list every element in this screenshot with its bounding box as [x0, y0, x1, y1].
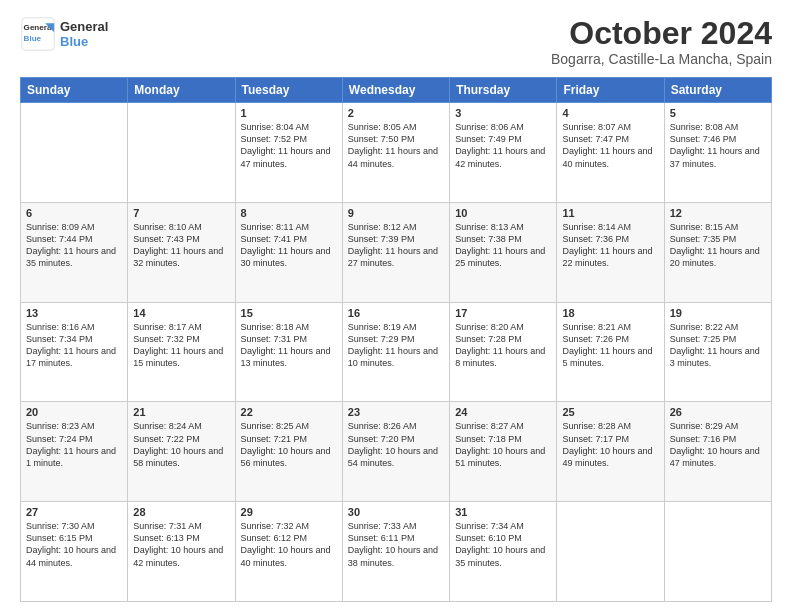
calendar-cell: 21Sunrise: 8:24 AM Sunset: 7:22 PM Dayli…	[128, 402, 235, 502]
calendar-cell: 26Sunrise: 8:29 AM Sunset: 7:16 PM Dayli…	[664, 402, 771, 502]
day-number: 22	[241, 406, 337, 418]
day-number: 15	[241, 307, 337, 319]
calendar-cell: 29Sunrise: 7:32 AM Sunset: 6:12 PM Dayli…	[235, 502, 342, 602]
week-row-4: 27Sunrise: 7:30 AM Sunset: 6:15 PM Dayli…	[21, 502, 772, 602]
day-number: 31	[455, 506, 551, 518]
calendar-cell: 24Sunrise: 8:27 AM Sunset: 7:18 PM Dayli…	[450, 402, 557, 502]
day-info: Sunrise: 8:06 AM Sunset: 7:49 PM Dayligh…	[455, 121, 551, 170]
day-info: Sunrise: 8:21 AM Sunset: 7:26 PM Dayligh…	[562, 321, 658, 370]
calendar-cell: 28Sunrise: 7:31 AM Sunset: 6:13 PM Dayli…	[128, 502, 235, 602]
day-info: Sunrise: 8:27 AM Sunset: 7:18 PM Dayligh…	[455, 420, 551, 469]
day-info: Sunrise: 7:30 AM Sunset: 6:15 PM Dayligh…	[26, 520, 122, 569]
calendar-cell: 14Sunrise: 8:17 AM Sunset: 7:32 PM Dayli…	[128, 302, 235, 402]
calendar-cell: 19Sunrise: 8:22 AM Sunset: 7:25 PM Dayli…	[664, 302, 771, 402]
day-number: 25	[562, 406, 658, 418]
day-info: Sunrise: 8:18 AM Sunset: 7:31 PM Dayligh…	[241, 321, 337, 370]
week-row-1: 6Sunrise: 8:09 AM Sunset: 7:44 PM Daylig…	[21, 202, 772, 302]
location: Bogarra, Castille-La Mancha, Spain	[551, 51, 772, 67]
title-block: October 2024 Bogarra, Castille-La Mancha…	[551, 16, 772, 67]
day-number: 2	[348, 107, 444, 119]
calendar-cell: 23Sunrise: 8:26 AM Sunset: 7:20 PM Dayli…	[342, 402, 449, 502]
col-header-monday: Monday	[128, 78, 235, 103]
week-row-2: 13Sunrise: 8:16 AM Sunset: 7:34 PM Dayli…	[21, 302, 772, 402]
week-row-3: 20Sunrise: 8:23 AM Sunset: 7:24 PM Dayli…	[21, 402, 772, 502]
day-info: Sunrise: 8:07 AM Sunset: 7:47 PM Dayligh…	[562, 121, 658, 170]
day-info: Sunrise: 8:16 AM Sunset: 7:34 PM Dayligh…	[26, 321, 122, 370]
day-info: Sunrise: 8:25 AM Sunset: 7:21 PM Dayligh…	[241, 420, 337, 469]
day-number: 17	[455, 307, 551, 319]
day-number: 21	[133, 406, 229, 418]
day-number: 3	[455, 107, 551, 119]
day-info: Sunrise: 7:32 AM Sunset: 6:12 PM Dayligh…	[241, 520, 337, 569]
col-header-sunday: Sunday	[21, 78, 128, 103]
day-info: Sunrise: 8:05 AM Sunset: 7:50 PM Dayligh…	[348, 121, 444, 170]
calendar-table: SundayMondayTuesdayWednesdayThursdayFrid…	[20, 77, 772, 602]
header: General Blue General Blue October 2024 B…	[20, 16, 772, 67]
calendar-cell	[664, 502, 771, 602]
day-info: Sunrise: 7:33 AM Sunset: 6:11 PM Dayligh…	[348, 520, 444, 569]
calendar-cell: 17Sunrise: 8:20 AM Sunset: 7:28 PM Dayli…	[450, 302, 557, 402]
calendar-cell: 15Sunrise: 8:18 AM Sunset: 7:31 PM Dayli…	[235, 302, 342, 402]
logo-line1: General	[60, 19, 108, 34]
day-info: Sunrise: 8:23 AM Sunset: 7:24 PM Dayligh…	[26, 420, 122, 469]
day-number: 18	[562, 307, 658, 319]
calendar-cell: 3Sunrise: 8:06 AM Sunset: 7:49 PM Daylig…	[450, 103, 557, 203]
month-title: October 2024	[551, 16, 772, 51]
calendar-cell: 9Sunrise: 8:12 AM Sunset: 7:39 PM Daylig…	[342, 202, 449, 302]
calendar-cell: 30Sunrise: 7:33 AM Sunset: 6:11 PM Dayli…	[342, 502, 449, 602]
day-info: Sunrise: 8:15 AM Sunset: 7:35 PM Dayligh…	[670, 221, 766, 270]
calendar-cell: 20Sunrise: 8:23 AM Sunset: 7:24 PM Dayli…	[21, 402, 128, 502]
header-row: SundayMondayTuesdayWednesdayThursdayFrid…	[21, 78, 772, 103]
day-number: 6	[26, 207, 122, 219]
day-number: 4	[562, 107, 658, 119]
calendar-cell: 11Sunrise: 8:14 AM Sunset: 7:36 PM Dayli…	[557, 202, 664, 302]
calendar-cell: 6Sunrise: 8:09 AM Sunset: 7:44 PM Daylig…	[21, 202, 128, 302]
day-number: 16	[348, 307, 444, 319]
calendar-cell	[128, 103, 235, 203]
calendar-cell	[21, 103, 128, 203]
calendar-cell: 12Sunrise: 8:15 AM Sunset: 7:35 PM Dayli…	[664, 202, 771, 302]
day-number: 19	[670, 307, 766, 319]
calendar-cell: 13Sunrise: 8:16 AM Sunset: 7:34 PM Dayli…	[21, 302, 128, 402]
calendar-cell: 31Sunrise: 7:34 AM Sunset: 6:10 PM Dayli…	[450, 502, 557, 602]
day-number: 12	[670, 207, 766, 219]
logo-icon: General Blue	[20, 16, 56, 52]
day-info: Sunrise: 8:17 AM Sunset: 7:32 PM Dayligh…	[133, 321, 229, 370]
day-info: Sunrise: 8:11 AM Sunset: 7:41 PM Dayligh…	[241, 221, 337, 270]
calendar-cell: 2Sunrise: 8:05 AM Sunset: 7:50 PM Daylig…	[342, 103, 449, 203]
day-number: 10	[455, 207, 551, 219]
day-number: 14	[133, 307, 229, 319]
calendar-cell: 4Sunrise: 8:07 AM Sunset: 7:47 PM Daylig…	[557, 103, 664, 203]
day-number: 30	[348, 506, 444, 518]
calendar-cell: 18Sunrise: 8:21 AM Sunset: 7:26 PM Dayli…	[557, 302, 664, 402]
col-header-saturday: Saturday	[664, 78, 771, 103]
day-info: Sunrise: 8:26 AM Sunset: 7:20 PM Dayligh…	[348, 420, 444, 469]
day-info: Sunrise: 8:08 AM Sunset: 7:46 PM Dayligh…	[670, 121, 766, 170]
day-info: Sunrise: 8:28 AM Sunset: 7:17 PM Dayligh…	[562, 420, 658, 469]
svg-text:Blue: Blue	[24, 34, 42, 43]
day-info: Sunrise: 8:09 AM Sunset: 7:44 PM Dayligh…	[26, 221, 122, 270]
col-header-wednesday: Wednesday	[342, 78, 449, 103]
day-number: 29	[241, 506, 337, 518]
day-info: Sunrise: 8:10 AM Sunset: 7:43 PM Dayligh…	[133, 221, 229, 270]
day-number: 11	[562, 207, 658, 219]
day-number: 28	[133, 506, 229, 518]
logo-text: General Blue	[60, 19, 108, 49]
col-header-tuesday: Tuesday	[235, 78, 342, 103]
calendar-cell: 10Sunrise: 8:13 AM Sunset: 7:38 PM Dayli…	[450, 202, 557, 302]
calendar-cell: 1Sunrise: 8:04 AM Sunset: 7:52 PM Daylig…	[235, 103, 342, 203]
col-header-thursday: Thursday	[450, 78, 557, 103]
calendar-cell: 8Sunrise: 8:11 AM Sunset: 7:41 PM Daylig…	[235, 202, 342, 302]
day-info: Sunrise: 8:20 AM Sunset: 7:28 PM Dayligh…	[455, 321, 551, 370]
day-number: 24	[455, 406, 551, 418]
day-number: 5	[670, 107, 766, 119]
day-info: Sunrise: 8:19 AM Sunset: 7:29 PM Dayligh…	[348, 321, 444, 370]
calendar-cell: 16Sunrise: 8:19 AM Sunset: 7:29 PM Dayli…	[342, 302, 449, 402]
day-number: 20	[26, 406, 122, 418]
calendar-cell: 7Sunrise: 8:10 AM Sunset: 7:43 PM Daylig…	[128, 202, 235, 302]
day-number: 13	[26, 307, 122, 319]
day-number: 23	[348, 406, 444, 418]
week-row-0: 1Sunrise: 8:04 AM Sunset: 7:52 PM Daylig…	[21, 103, 772, 203]
page: General Blue General Blue October 2024 B…	[0, 0, 792, 612]
logo: General Blue General Blue	[20, 16, 108, 52]
